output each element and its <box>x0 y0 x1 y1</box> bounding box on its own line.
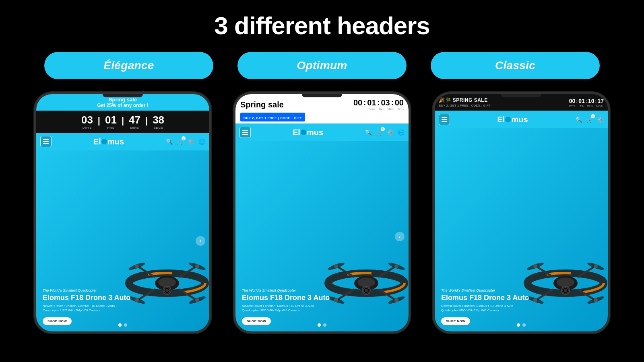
elegance-nav: Elmus 🔍 🛒0 ⚙️ 🌐 <box>36 133 209 150</box>
cd2-mins-label: Mins <box>388 108 394 111</box>
classic-countdown: 00 : 01 : 10 : 17 Days Hrs Mins <box>569 98 604 107</box>
svg-point-22 <box>357 278 375 287</box>
hero-description: Newest Hover Function, Elomus F18 Drone … <box>43 304 131 313</box>
countdown-sep3: | <box>145 115 148 126</box>
hero-next-button[interactable]: › <box>196 236 205 246</box>
settings-icon-2[interactable]: ⚙️ <box>387 129 394 136</box>
countdown-sep2: | <box>122 115 124 126</box>
shop-now-button-2[interactable]: SHOP NOW <box>242 317 271 325</box>
classic-promo-row: BUY 2, GET 1 FREE | CODE : GIFT <box>439 104 569 107</box>
tab-classic[interactable]: Classic <box>431 52 600 79</box>
tab-optimum[interactable]: Optimum <box>237 52 407 79</box>
svg-point-41 <box>557 278 574 287</box>
classic-cd-nums: 00 : 01 : 10 : 17 <box>569 98 604 104</box>
countdown-hrs: 01 HRS <box>105 115 117 130</box>
hamburger-icon-2 <box>242 130 248 135</box>
svg-point-3 <box>158 278 176 287</box>
logo-dot-2 <box>301 130 306 135</box>
countdown-sep1: | <box>98 115 100 126</box>
hero-description-3: Newest Hover Function, Elomus F18 Drone … <box>441 304 529 313</box>
hamburger-icon <box>43 139 49 144</box>
cd2-days-label: Days <box>369 108 375 111</box>
cart-icon-2[interactable]: 🛒0 <box>376 129 383 136</box>
phone-optimum: Spring sale 00 : 01 : 03 : 00 Da <box>233 92 411 333</box>
elegance-hero: The World's Smallest Quadcopter Elomus F… <box>36 150 209 331</box>
svg-line-45 <box>537 267 553 277</box>
shop-now-button-3[interactable]: SHOP NOW <box>441 317 470 325</box>
svg-line-46 <box>578 267 594 277</box>
hero-next-button-2[interactable]: › <box>395 232 405 241</box>
hero-description-2: Newest Hover Function, Elomus F18 Drone … <box>242 304 330 313</box>
svg-point-31 <box>388 261 406 271</box>
tab-elegance[interactable]: Élégance <box>44 52 213 79</box>
logo-dot <box>101 139 107 144</box>
shop-now-button[interactable]: SHOP NOW <box>43 317 72 325</box>
phone-elegance: Spring sale Get 25% of any order ! 03 DA… <box>34 92 211 333</box>
hero-subtitle-2: The World's Smallest Quadcopter <box>242 288 402 292</box>
svg-point-54 <box>594 264 598 268</box>
svg-point-49 <box>526 261 545 271</box>
cart-icon[interactable]: 🛒0 <box>177 138 184 145</box>
optimum-countdown: 00 : 01 : 03 : 00 <box>353 98 404 107</box>
hero-title: Elomus F18 Drone 3 Auto <box>43 294 203 302</box>
nav-logo-2: Elmus <box>254 128 362 137</box>
globe-icon[interactable]: 🌐 <box>198 138 205 145</box>
cart-badge: 0 <box>182 136 186 140</box>
svg-point-35 <box>394 264 398 268</box>
menu-button-3[interactable] <box>439 114 450 125</box>
nav-icons-3: 🔍 🛒0 ⚙️ <box>575 116 604 123</box>
countdown-days: 03 DAYS <box>81 115 93 130</box>
svg-point-50 <box>587 261 605 271</box>
classic-cd-labels: Days Hrs Mins Secs <box>569 105 604 107</box>
hero-content: The World's Smallest Quadcopter Elomus F… <box>43 288 203 325</box>
cart-badge-3: 0 <box>591 114 595 118</box>
hero-subtitle: The World's Smallest Quadcopter <box>43 288 203 292</box>
globe-icon-2[interactable]: 🌐 <box>398 129 405 136</box>
svg-line-26 <box>338 267 354 277</box>
menu-button-2[interactable] <box>239 127 251 138</box>
svg-line-27 <box>378 267 394 277</box>
elegance-countdown: 03 DAYS | 01 HRS | 47 MINS | 38 SECS <box>36 111 209 133</box>
logo-dot-3 <box>505 117 511 122</box>
classic-sale-title: 🎉🎋 SPRING SALE <box>439 97 569 103</box>
optimum-promo-text: BUY 2, GET 1 FREE | CODE : GIFT <box>244 116 302 120</box>
cart-icon-3[interactable]: 🛒0 <box>586 116 593 123</box>
settings-icon-3[interactable]: ⚙️ <box>597 116 604 123</box>
classic-header: 🎉🎋 SPRING SALE BUY 2, GET 1 FREE | CODE … <box>435 94 608 111</box>
hero-content-3: The World's Smallest Quadcopter Elomus F… <box>441 288 601 325</box>
elegance-banner-sub: Get 25% of any order ! <box>39 103 206 108</box>
hero-content-2: The World's Smallest Quadcopter Elomus F… <box>242 288 402 325</box>
nav-logo: Elmus <box>55 137 163 146</box>
cd2-secs-label: Secs <box>397 108 404 111</box>
phone-classic: 🎉🎋 SPRING SALE BUY 2, GET 1 FREE | CODE … <box>433 92 610 333</box>
hamburger-icon-3 <box>442 117 447 122</box>
hero-title-3: Elomus F18 Drone 3 Auto <box>441 294 601 302</box>
classic-hero: The World's Smallest Quadcopter Elomus F… <box>435 128 608 331</box>
search-icon[interactable]: 🔍 <box>166 138 173 145</box>
optimum-nav: Elmus 🔍 🛒0 ⚙️ 🌐 <box>235 123 409 141</box>
optimum-top-row: Spring sale 00 : 01 : 03 : 00 Da <box>240 98 404 111</box>
svg-point-16 <box>195 264 199 268</box>
svg-point-34 <box>334 264 338 268</box>
cd2-hrs-label: Hrs <box>379 108 384 111</box>
search-icon-3[interactable]: 🔍 <box>575 116 582 123</box>
tabs-row: Élégance Optimum Classic <box>44 52 600 79</box>
countdown-secs: 38 SECS <box>153 115 164 130</box>
menu-button[interactable] <box>40 136 52 147</box>
elegance-banner-title: Spring sale <box>39 97 206 103</box>
svg-point-30 <box>327 261 345 271</box>
cart-badge-2: 0 <box>381 127 385 131</box>
svg-point-11 <box>128 261 146 271</box>
nav-logo-3: Elmus <box>453 115 572 124</box>
page-title: 3 different headers <box>214 11 430 40</box>
svg-line-7 <box>139 267 155 277</box>
spring-sale-title: Spring sale <box>240 101 284 109</box>
svg-point-53 <box>533 264 537 268</box>
settings-icon[interactable]: ⚙️ <box>188 138 194 145</box>
optimum-header: Spring sale 00 : 01 : 03 : 00 Da <box>235 94 409 123</box>
svg-point-15 <box>135 264 139 268</box>
phones-row: Spring sale Get 25% of any order ! 03 DA… <box>34 92 610 333</box>
svg-point-12 <box>188 261 206 271</box>
search-icon-2[interactable]: 🔍 <box>365 129 372 136</box>
hero-title-2: Elomus F18 Drone 3 Auto <box>242 294 402 302</box>
